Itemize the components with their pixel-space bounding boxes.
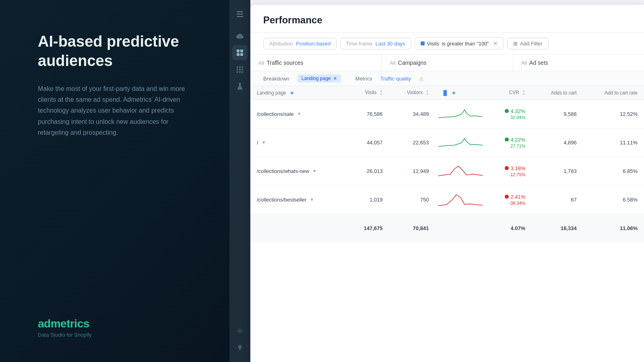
totals-cvr: 4.07% [487,214,532,243]
cell-landing-page: / ▼ [250,128,347,157]
svg-rect-19 [239,350,240,351]
visitors-value: 22,653 [413,140,429,146]
breakdown-label: Breakdown [263,76,289,82]
breakdown-chip-close[interactable]: ✕ [333,76,337,81]
left-content: AI-based predictive audiences Make the m… [38,32,205,138]
lightbulb-icon[interactable] [232,340,248,356]
cell-add-to-cart-rate: 12.52% [583,100,644,128]
page-title: Performance [263,14,631,26]
warning-icon: ⚠ [419,76,424,82]
cvr-sub-value: 32.04% [510,115,525,120]
svg-rect-10 [237,69,238,70]
expand-arrow-icon[interactable]: ▼ [310,197,314,202]
cell-adds-to-cart: 1,783 [532,157,583,185]
cloud-icon[interactable] [232,28,248,43]
svg-rect-8 [239,66,241,68]
adds-to-cart-value: 1,783 [564,168,577,174]
svg-rect-4 [240,49,243,52]
cvr-indicator [505,166,509,170]
svg-rect-11 [239,69,241,70]
visitors-value: 750 [420,197,429,203]
cell-visitors: 34,489 [389,100,436,128]
visits-dot [421,41,425,45]
sparkline [435,103,487,125]
expand-arrow-icon[interactable]: ▼ [312,169,317,173]
expand-arrow-icon[interactable]: ▼ [297,111,301,116]
cell-sparkline [435,157,487,185]
bar-chart-icon[interactable]: ▐▌ [442,90,448,96]
tab-campaigns[interactable]: All Campaigns [382,55,513,71]
adds-to-cart-value: 9,588 [564,111,577,117]
col-cvr[interactable]: CVR ▲▼ [487,86,532,100]
add-to-cart-rate-value: 6.58% [623,197,638,203]
right-panel: Performance Attribution Position-based T… [229,0,644,362]
col-landing-page[interactable]: Landing page ★ [250,86,347,100]
totals-label [250,214,347,243]
landing-page-text: /collections/sale [257,111,294,117]
cell-landing-page: /collections/bestseller ▼ [250,185,347,214]
add-filter-button[interactable]: ⊞ Add Filter [507,38,549,49]
menu-icon[interactable] [232,6,248,22]
tab-traffic-sources[interactable]: All Traffic sources [250,55,382,71]
grid-icon[interactable] [232,62,248,77]
svg-rect-9 [242,66,243,68]
brand-footer: admetrics Data Studio for Shopify [38,317,205,338]
cell-sparkline [435,185,487,214]
cell-adds-to-cart: 9,588 [532,100,583,128]
cell-adds-to-cart: 4,896 [532,128,583,157]
col-add-to-cart-rate[interactable]: Add to cart rate [583,86,644,100]
cell-add-to-cart-rate: 11.11% [583,128,644,157]
visits-close-icon[interactable]: ✕ [493,40,498,47]
add-to-cart-rate-value: 6.85% [623,168,638,174]
cell-visits: 1,019 [347,185,389,214]
dashboard-icon[interactable] [232,45,248,60]
table-container[interactable]: Landing page ★ Visits ▲▼ Visitors ▲▼ ▐ [250,86,644,362]
cell-add-to-cart-rate: 6.58% [583,185,644,214]
cell-cvr: 4.22% 27.71% [487,128,532,157]
star-icon[interactable]: ★ [290,90,294,96]
cvr-indicator [505,138,509,142]
sources-bar: All Traffic sources All Campaigns All Ad… [250,55,644,71]
svg-rect-14 [239,71,241,73]
expand-arrow-icon[interactable]: ▼ [262,140,266,145]
cvr-sub-value: 27.71% [510,144,525,148]
visits-value: 76,586 [367,111,383,117]
col-adds-to-cart[interactable]: Adds to cart [532,86,583,100]
attribution-label: Attribution [269,41,293,47]
cvr-value: 4.32% [510,108,525,114]
totals-adds-to-cart: 16,334 [532,214,583,243]
totals-rate: 11.06% [583,214,644,243]
flask-icon[interactable] [232,79,248,94]
svg-rect-6 [240,53,243,56]
timeframe-value: Last 30 days [376,41,405,47]
totals-sparkline [435,214,487,243]
cell-cvr: 2.41% -38.34% [487,185,532,214]
cvr-sub-value: -38.34% [509,201,525,206]
breakdown-chip[interactable]: Landing page ✕ [297,74,341,82]
visits-filter[interactable]: Visits is greater than "100" ✕ [415,37,504,49]
tab-ad-sets[interactable]: All Ad sets [513,55,644,71]
attribution-filter[interactable]: Attribution Position-based [263,38,337,49]
cell-landing-page: /collections/whats-new ▼ [250,157,347,185]
gear-icon[interactable] [232,323,248,339]
cell-visitors: 22,653 [389,128,436,157]
landing-page-text: /collections/bestseller [257,197,307,203]
landing-page-text: / [257,140,258,146]
campaigns-prefix: All [390,60,395,66]
svg-rect-15 [242,71,243,73]
add-filter-label: Add Filter [520,41,543,47]
adds-to-cart-value: 67 [571,197,576,203]
timeframe-filter[interactable]: Time frame Last 30 days [340,38,411,49]
svg-rect-12 [242,69,243,70]
breakdown-bar: Breakdown Landing page ✕ Metrics Traffic… [250,71,644,86]
brand-name: admetrics [38,317,205,330]
col-visits[interactable]: Visits ▲▼ [347,86,389,100]
svg-rect-13 [237,71,238,73]
col-visitors[interactable]: Visitors ▲▼ [389,86,436,100]
headline: AI-based predictive audiences [38,32,205,70]
totals-row: 147,675 70,841 4.07% 16,334 11.06% [250,214,644,243]
table-row: /collections/whats-new ▼ 26,013 12,949 [250,157,644,185]
col-star-icon[interactable]: ★ [452,90,456,96]
adsets-value: Ad sets [529,60,548,66]
svg-rect-7 [237,66,238,68]
